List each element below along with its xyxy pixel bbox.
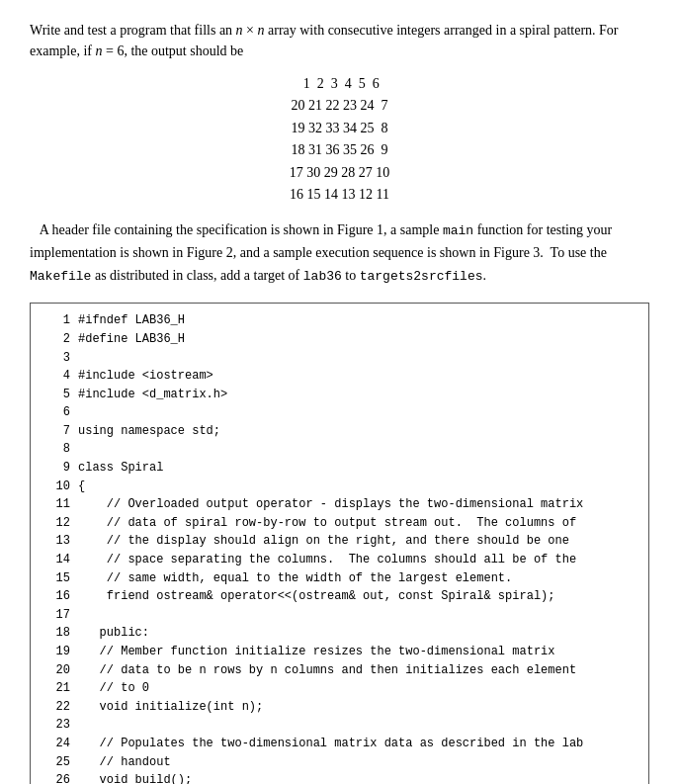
code-line-10: 10 {	[42, 478, 637, 496]
code-line-22: 22 void initialize(int n);	[42, 698, 637, 717]
intro-paragraph: Write and test a program that fills an n…	[30, 20, 649, 61]
line-number: 21	[42, 679, 70, 698]
code-line-3: 3	[42, 349, 637, 368]
line-number: 10	[42, 478, 70, 496]
line-number: 6	[42, 403, 70, 422]
line-number: 4	[42, 367, 70, 386]
line-content: // data of spiral row-by-row to output s…	[78, 514, 576, 533]
line-number: 19	[42, 643, 70, 661]
line-number: 12	[42, 514, 70, 533]
code-line-1: 1 #ifndef LAB36_H	[42, 311, 637, 330]
spiral-row-5: 17 30 29 28 27 10	[30, 162, 649, 184]
line-number: 2	[42, 330, 70, 349]
line-number: 7	[42, 422, 70, 441]
code-line-4: 4 #include <iostream>	[42, 367, 637, 386]
code-line-5: 5 #include <d_matrix.h>	[42, 386, 637, 404]
line-number: 16	[42, 587, 70, 606]
code-line-26: 26 void build();	[42, 771, 637, 784]
line-content: // data to be n rows by n columns and th…	[78, 661, 576, 680]
code-line-14: 14 // space separating the columns. The …	[42, 551, 637, 569]
line-number: 17	[42, 606, 70, 625]
line-number: 26	[42, 771, 70, 784]
line-number: 3	[42, 349, 70, 368]
line-content: #ifndef LAB36_H	[78, 311, 185, 330]
line-number: 11	[42, 495, 70, 514]
line-number: 5	[42, 386, 70, 404]
line-content: {	[78, 478, 85, 496]
line-number: 20	[42, 661, 70, 680]
line-number: 15	[42, 569, 70, 588]
spiral-row-1: 1 2 3 4 5 6	[30, 73, 649, 95]
code-line-18: 18 public:	[42, 624, 637, 643]
line-content: class Spiral	[78, 459, 163, 478]
spiral-row-2: 20 21 22 23 24 7	[30, 95, 649, 117]
code-line-20: 20 // data to be n rows by n columns and…	[42, 661, 637, 680]
spiral-row-6: 16 15 14 13 12 11	[30, 184, 649, 206]
code-line-17: 17	[42, 606, 637, 625]
line-content: public:	[78, 624, 149, 643]
line-content: // Member function initialize resizes th…	[78, 643, 554, 661]
code-line-19: 19 // Member function initialize resizes…	[42, 643, 637, 661]
line-number: 23	[42, 716, 70, 735]
code-line-7: 7 using namespace std;	[42, 422, 637, 441]
line-content: // same width, equal to the width of the…	[78, 569, 512, 588]
code-line-11: 11 // Overloaded output operator - displ…	[42, 495, 637, 514]
line-number: 14	[42, 551, 70, 569]
line-content: // space separating the columns. The col…	[78, 551, 576, 569]
code-line-24: 24 // Populates the two-dimensional matr…	[42, 735, 637, 753]
code-line-23: 23	[42, 716, 637, 735]
line-content: // Populates the two-dimensional matrix …	[78, 735, 583, 753]
code-line-2: 2 #define LAB36_H	[42, 330, 637, 349]
line-number: 1	[42, 311, 70, 330]
line-content: using namespace std;	[78, 422, 220, 441]
line-content: #define LAB36_H	[78, 330, 185, 349]
line-content: void initialize(int n);	[78, 698, 263, 717]
code-line-15: 15 // same width, equal to the width of …	[42, 569, 637, 588]
code-line-12: 12 // data of spiral row-by-row to outpu…	[42, 514, 637, 533]
line-content: #include <d_matrix.h>	[78, 386, 227, 404]
line-number: 8	[42, 440, 70, 459]
line-number: 18	[42, 624, 70, 643]
line-content: friend ostream& operator<<(ostream& out,…	[78, 587, 554, 606]
code-line-8: 8	[42, 440, 637, 459]
spiral-row-4: 18 31 36 35 26 9	[30, 139, 649, 161]
code-line-6: 6	[42, 403, 637, 422]
line-content: void build();	[78, 771, 192, 784]
spiral-row-3: 19 32 33 34 25 8	[30, 118, 649, 139]
line-content: // handout	[78, 753, 171, 772]
line-number: 22	[42, 698, 70, 717]
code-block: 1 #ifndef LAB36_H 2 #define LAB36_H 3 4 …	[30, 303, 649, 784]
line-content: // the display should align on the right…	[78, 532, 569, 551]
code-line-13: 13 // the display should align on the ri…	[42, 532, 637, 551]
line-content: // to 0	[78, 679, 149, 698]
line-number: 9	[42, 459, 70, 478]
code-line-16: 16 friend ostream& operator<<(ostream& o…	[42, 587, 637, 606]
code-line-21: 21 // to 0	[42, 679, 637, 698]
line-content: // Overloaded output operator - displays…	[78, 495, 583, 514]
line-number: 24	[42, 735, 70, 753]
code-line-9: 9 class Spiral	[42, 459, 637, 478]
line-content: #include <iostream>	[78, 367, 213, 386]
line-number: 25	[42, 753, 70, 772]
spiral-grid: 1 2 3 4 5 6 20 21 22 23 24 7 19 32 33 34…	[30, 73, 649, 206]
line-number: 13	[42, 532, 70, 551]
code-line-25: 25 // handout	[42, 753, 637, 772]
description-paragraph: A header file containing the specificati…	[30, 219, 649, 287]
